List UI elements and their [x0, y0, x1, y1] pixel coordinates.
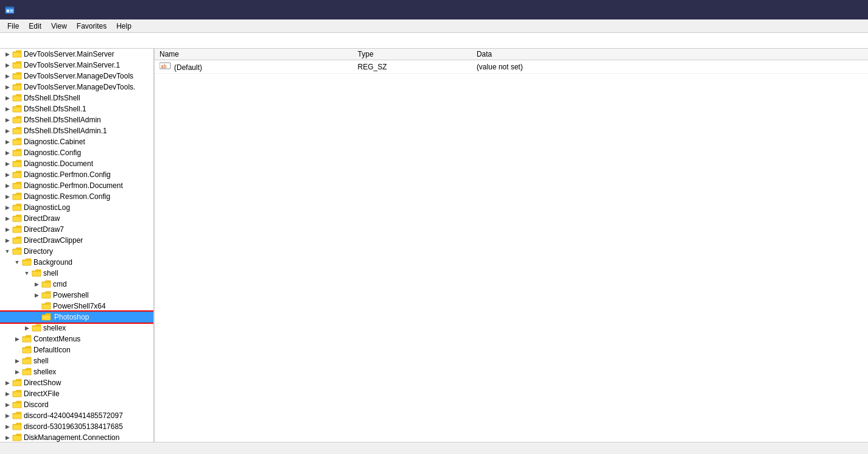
expand-arrow[interactable]: [2, 148, 12, 158]
tree-item[interactable]: DefaultIcon: [0, 344, 153, 355]
tree-item[interactable]: DirectXFile: [0, 388, 153, 399]
window-controls[interactable]: [779, 0, 863, 19]
tree-item-label: Photoshop: [53, 313, 90, 321]
tree-item-label: Background: [33, 258, 72, 267]
tree-item[interactable]: DfsShell.DfsShell.1: [0, 103, 153, 114]
tree-item[interactable]: Diagnostic.Config: [0, 147, 153, 158]
menu-item-help[interactable]: Help: [111, 21, 136, 32]
svg-text:ab: ab: [161, 64, 167, 69]
tree-item[interactable]: DfsShell.DfsShellAdmin: [0, 114, 153, 125]
expand-arrow[interactable]: [2, 115, 12, 125]
tree-item-label: Directory: [24, 247, 53, 256]
tree-panel[interactable]: DevToolsServer.MainServer DevToolsServer…: [0, 49, 154, 442]
minimize-button[interactable]: [779, 0, 807, 19]
tree-item[interactable]: DirectShow: [0, 377, 153, 388]
expand-arrow[interactable]: [2, 126, 12, 136]
folder-icon: [12, 422, 22, 431]
expand-arrow[interactable]: [2, 246, 12, 256]
svg-rect-22: [13, 239, 21, 243]
tree-item[interactable]: DevToolsServer.ManageDevTools: [0, 71, 153, 82]
expand-arrow[interactable]: [32, 290, 41, 300]
tree-item[interactable]: shell: [0, 268, 153, 279]
tree-item[interactable]: Diagnostic.Perfmon.Document: [0, 180, 153, 191]
expand-arrow[interactable]: [2, 433, 12, 442]
expand-arrow[interactable]: [2, 181, 12, 190]
expand-arrow[interactable]: [2, 236, 12, 245]
svg-rect-9: [13, 96, 21, 101]
tree-item-label: DefaultIcon: [33, 346, 71, 354]
expand-arrow[interactable]: [22, 323, 32, 333]
tree-item[interactable]: DevToolsServer.MainServer.1: [0, 60, 153, 71]
col-header-data[interactable]: Data: [472, 49, 868, 60]
expand-arrow[interactable]: [12, 334, 22, 344]
tree-item-label: discord-424004941485572097: [24, 411, 123, 420]
close-button[interactable]: [835, 0, 863, 19]
tree-item[interactable]: DfsShell.DfsShell: [0, 93, 153, 103]
tree-item[interactable]: DiagnosticLog: [0, 202, 153, 213]
tree-item[interactable]: discord-424004941485572097: [0, 410, 153, 421]
tree-item[interactable]: Photoshop: [0, 312, 153, 323]
expand-arrow[interactable]: [2, 225, 12, 234]
tree-item[interactable]: DirectDraw7: [0, 224, 153, 235]
tree-item[interactable]: ContextMenus: [0, 334, 153, 344]
tree-item[interactable]: Diagnostic.Cabinet: [0, 136, 153, 147]
expand-arrow[interactable]: [2, 203, 12, 212]
tree-item[interactable]: DirectDraw: [0, 213, 153, 224]
folder-icon: [12, 203, 22, 212]
expand-arrow[interactable]: [2, 411, 12, 421]
tree-item[interactable]: PowerShell7x64: [0, 301, 153, 312]
tree-item[interactable]: cmd: [0, 279, 153, 290]
expand-arrow[interactable]: [2, 82, 12, 92]
menu-item-view[interactable]: View: [46, 21, 72, 32]
tree-item[interactable]: Background: [0, 257, 153, 268]
folder-icon: [32, 324, 41, 332]
expand-arrow[interactable]: [2, 104, 12, 114]
expand-arrow[interactable]: [32, 279, 41, 289]
expand-arrow[interactable]: [2, 400, 12, 410]
menu-item-file[interactable]: File: [2, 21, 24, 32]
tree-item[interactable]: Directory: [0, 246, 153, 257]
table-row[interactable]: ab (Default)REG_SZ(value not set): [155, 60, 868, 74]
menu-item-edit[interactable]: Edit: [24, 21, 46, 32]
tree-item[interactable]: shellex: [0, 366, 153, 377]
tree-item[interactable]: DirectDrawClipper: [0, 235, 153, 246]
expand-arrow[interactable]: [2, 49, 12, 59]
tree-item[interactable]: Diagnostic.Perfmon.Config: [0, 169, 153, 180]
tree-item[interactable]: DevToolsServer.MainServer: [0, 49, 153, 60]
col-header-type[interactable]: Type: [353, 49, 472, 60]
tree-item[interactable]: Powershell: [0, 290, 153, 301]
menu-item-favorites[interactable]: Favorites: [72, 21, 111, 32]
col-header-name[interactable]: Name: [155, 49, 353, 60]
expand-arrow[interactable]: [2, 170, 12, 180]
svg-rect-36: [13, 425, 21, 430]
tree-item[interactable]: Discord: [0, 399, 153, 410]
expand-arrow[interactable]: [2, 192, 12, 201]
folder-icon: [12, 138, 22, 146]
tree-item[interactable]: DfsShell.DfsShellAdmin.1: [0, 125, 153, 136]
tree-item[interactable]: Diagnostic.Document: [0, 158, 153, 169]
svg-rect-31: [23, 370, 31, 375]
expand-arrow[interactable]: [2, 422, 12, 431]
expand-arrow[interactable]: [2, 378, 12, 388]
expand-arrow[interactable]: [2, 93, 12, 103]
tree-item[interactable]: shellex: [0, 323, 153, 334]
expand-arrow[interactable]: [2, 71, 12, 81]
tree-item[interactable]: DevToolsServer.ManageDevTools.: [0, 82, 153, 93]
tree-item[interactable]: Diagnostic.Resmon.Config: [0, 191, 153, 202]
tree-item[interactable]: DiskManagement.Connection: [0, 432, 153, 442]
expand-arrow[interactable]: [12, 356, 22, 366]
expand-arrow[interactable]: [2, 137, 12, 147]
tree-item-label: DevToolsServer.MainServer.1: [24, 61, 120, 69]
expand-arrow[interactable]: [2, 389, 12, 399]
folder-icon: [12, 192, 22, 201]
expand-arrow[interactable]: [12, 367, 22, 377]
expand-arrow[interactable]: [22, 268, 32, 278]
expand-arrow[interactable]: [2, 214, 12, 223]
expand-arrow[interactable]: [12, 257, 22, 267]
tree-item[interactable]: discord-530196305138417685: [0, 421, 153, 432]
tree-item[interactable]: shell: [0, 355, 153, 366]
svg-rect-10: [13, 107, 21, 112]
maximize-button[interactable]: [807, 0, 835, 19]
expand-arrow[interactable]: [2, 60, 12, 70]
expand-arrow[interactable]: [2, 159, 12, 169]
